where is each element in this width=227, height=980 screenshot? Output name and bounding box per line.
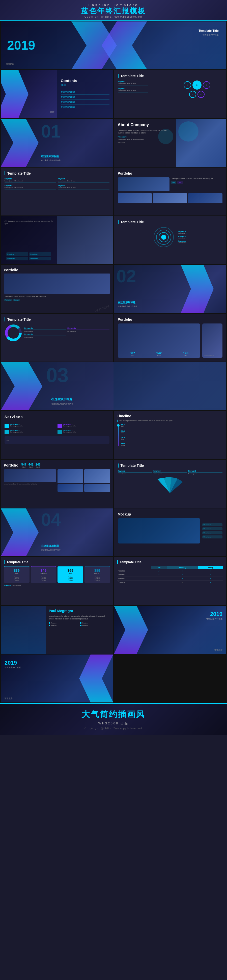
paul-feat1: Feature xyxy=(51,622,57,624)
circle-c: C xyxy=(203,81,210,89)
tt2-kw2: Keywords xyxy=(178,235,186,237)
tr4-col3: - xyxy=(167,580,198,584)
section03-num: 03 xyxy=(46,364,68,387)
tr3-col1: Feature 3 xyxy=(117,576,151,580)
tr2-col3: ✓ xyxy=(167,573,198,576)
tl-year2: 2018 xyxy=(121,430,224,432)
mockup1-label3: Description xyxy=(6,257,28,260)
stat1-label: label xyxy=(130,355,135,356)
timeline-quote: "It is during our darkest moments that w… xyxy=(117,420,224,422)
tr4-col2: - xyxy=(151,580,167,584)
portfolio1-text: Lorem ipsum dolor sit amet, consectetur … xyxy=(171,177,222,180)
mockup2-label2: Description xyxy=(202,527,222,530)
mockup1-label1: Description xyxy=(6,252,28,256)
services-title: Services xyxy=(5,415,110,419)
tt3-kw2-val: Lorem ipsum xyxy=(67,331,109,332)
about-text1: Lorem ipsum dolor sit amet, consectetur … xyxy=(118,129,172,135)
footer-main-text: 大气简约插画风 xyxy=(5,709,222,720)
p3-stat3: 143 xyxy=(36,463,41,466)
svc-label3: Description xyxy=(10,430,23,431)
section01-tag: 在这里添加标题 xyxy=(41,155,111,158)
th-yearly: Yearly xyxy=(198,566,223,569)
template-title-1: Template Title xyxy=(7,171,110,175)
page-footer: 大气简约插画风 WFS2008 出品 Copyright @ http://ww… xyxy=(0,703,227,735)
p1-f3: Feature xyxy=(6,579,27,581)
pricing-title: Template Title xyxy=(6,560,110,564)
slide-portfolio-3: Portfolio 547 label 442 label 143 label xyxy=(1,460,113,508)
portfolio2-text: Lorem ipsum dolor sit amet, consectetur … xyxy=(4,295,110,298)
end-cover1-x xyxy=(114,606,159,654)
slide-cover-end-2: 2019 年终汇报PPT模板 谢谢观看 xyxy=(1,654,113,702)
tr2-col1: Feature 2 xyxy=(117,573,151,576)
tr3-col4: ✓ xyxy=(198,576,223,580)
contents-x-shape xyxy=(1,70,41,118)
template-title-2: Template Title xyxy=(121,220,223,224)
kw2-text: Lorem ipsum dolor sit amet xyxy=(5,187,56,188)
fan-chart-svg xyxy=(155,477,185,494)
tr1-col3: ✓ xyxy=(167,569,198,573)
slide-template-title-2: Template Title Keywords Lorem ipsum Keyw… xyxy=(114,216,227,264)
tt4-kw1: Keyword xyxy=(118,470,152,472)
paul-feat4: Feature xyxy=(83,625,88,626)
circle-a: A xyxy=(184,81,191,89)
svg-marker-3 xyxy=(1,119,38,167)
template-title-5: Template Title xyxy=(120,560,224,564)
section04-sub: 在这里输入您的文字内容 xyxy=(41,549,111,551)
svc-text2: Lorem ipsum dolor xyxy=(63,425,76,427)
mockup2-label4: Description xyxy=(202,535,222,538)
tt3-kw3-val: Lorem ipsum xyxy=(24,337,66,338)
cover-title: Template Title xyxy=(198,29,219,33)
template-title-4: Template Title xyxy=(121,463,223,468)
tr2-col4: ✓ xyxy=(198,573,223,576)
slide-section03: 03 在这里添加标题 在这里输入您的文字内容 xyxy=(1,362,226,410)
plan3-name: Pro xyxy=(60,573,81,574)
p3-stat2l: label xyxy=(29,466,33,468)
mockup1-label2: Description xyxy=(29,252,51,256)
kw1-label: Keyword xyxy=(5,178,56,180)
plan1-name: Basic xyxy=(6,573,27,574)
circle-d: D xyxy=(189,91,196,98)
slides-grid: 2019 Template Title 年终汇报PPT模板 谢谢观看 2019 … xyxy=(0,21,227,703)
end-cover1-subtitle: 年终汇报PPT模板 xyxy=(206,617,222,620)
slide-template-title-r2: Template Title Keyword Lorem ipsum dolor… xyxy=(114,70,227,118)
end-cover1-bottom: 谢谢观看 xyxy=(214,649,222,651)
kw3-label: Keyword xyxy=(58,178,110,180)
slide-mockup-2: Mockup Description Description Descripti… xyxy=(114,508,227,556)
tr4-col4: ✓ xyxy=(198,580,223,584)
contents-subtitle: 目录 xyxy=(61,83,110,86)
svg-marker-10 xyxy=(1,508,38,556)
contents-item-4: 在这里添加标题 xyxy=(61,105,110,110)
portfolio3-title: Portfolio xyxy=(4,463,18,467)
kw-label-3: Keyword xyxy=(118,88,169,89)
svg-marker-2 xyxy=(1,70,29,118)
p2-f3: Feature xyxy=(33,579,54,581)
paul-feat3: Feature xyxy=(51,625,57,626)
tt3-kw1: Keywords xyxy=(24,327,66,329)
tt2-kw1-val: Lorem ipsum xyxy=(178,232,186,234)
section02-tag: 在这里添加标题 xyxy=(118,301,196,304)
portfolio3-text: Lorem ipsum dolor sit amet consectetur a… xyxy=(4,483,56,485)
p4-f3: Feature xyxy=(87,579,108,581)
svc-text1: Lorem ipsum dolor xyxy=(10,425,23,427)
section01-sub: 在这里输入您的文字内容 xyxy=(41,159,111,162)
section-number-01: 01 xyxy=(41,123,61,140)
end-cover2-subtitle: 年终汇报PPT模板 xyxy=(5,666,21,669)
stat3-num: 193 xyxy=(183,351,189,355)
kw-text-3: Lorem ipsum dolor sit amet xyxy=(118,90,169,91)
plan4-name: Premium xyxy=(87,573,108,574)
section04-tag: 在这里添加标题 xyxy=(41,544,111,548)
tt4-kw1-text: Lorem ipsum xyxy=(118,473,152,475)
slide-cover-end-1: 2019 年终汇报PPT模板 谢谢观看 xyxy=(114,606,227,654)
slide-portfolio-stats: Portfolio 587 label 142 label 193 label xyxy=(114,313,227,361)
p3-stat1: 547 xyxy=(21,463,27,466)
stat3-label: label xyxy=(183,355,189,356)
tl-year4: 2020 xyxy=(121,443,224,445)
contents-title: Contents xyxy=(61,78,110,83)
tt3-kw3: Keywords xyxy=(24,333,66,335)
svg-marker-11 xyxy=(114,606,148,654)
svc-text4: Lorem ipsum dolor xyxy=(63,431,76,433)
stat1-num: 587 xyxy=(130,351,135,355)
svc-label1: Description xyxy=(10,423,23,425)
tt4-kw2-text: Lorem ipsum xyxy=(153,473,187,475)
portfolio1-title: Portfolio xyxy=(118,171,223,175)
